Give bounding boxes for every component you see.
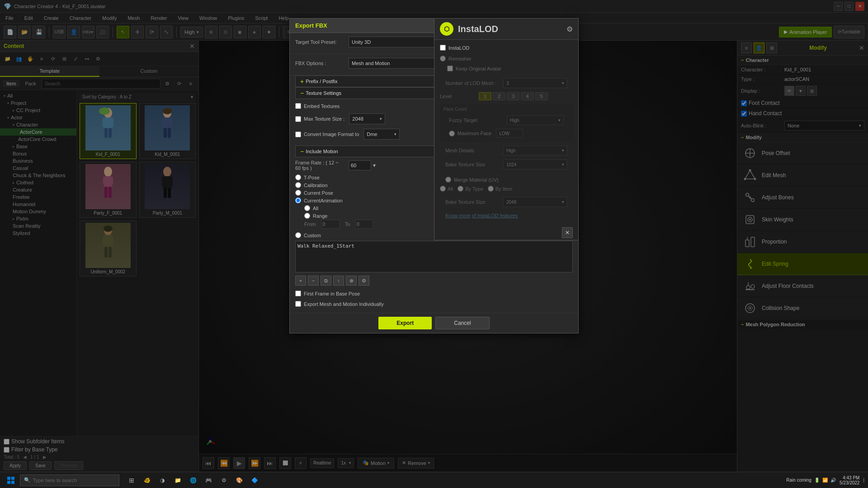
current-pose-label: Current Pose xyxy=(304,190,333,196)
merge-by-item-radio xyxy=(488,186,494,192)
anim-add-button[interactable]: + xyxy=(295,276,306,286)
framerate-controls: ▾ xyxy=(349,160,376,170)
taskbar-show-desktop[interactable]: | xyxy=(863,478,864,483)
more-link[interactable]: more xyxy=(459,213,471,218)
taskbar-volume-icon: 🔊 xyxy=(830,478,836,483)
taskbar-app3[interactable]: 🎨 xyxy=(232,474,246,487)
taskbar-right: Rain coming 🔋 📶 🔊 4:43 PM 5/23/2022 | xyxy=(786,475,864,485)
from-label: From xyxy=(304,221,316,227)
windows-start-button[interactable] xyxy=(4,473,18,488)
taskbar-task-view[interactable]: ⊞ xyxy=(125,474,138,487)
level-row: Level 1 2 3 4 5 xyxy=(440,90,573,102)
instalod-checkbox-row: InstaLOD xyxy=(440,43,573,52)
calibration-label: Calibration xyxy=(304,183,328,188)
export-individually-checkbox[interactable] xyxy=(295,301,301,307)
level-buttons: 1 2 3 4 5 xyxy=(479,92,548,100)
instalod-close-button[interactable]: ✕ xyxy=(562,227,573,238)
prefix-postfix-plus-icon: + xyxy=(300,78,304,85)
taskbar-edge[interactable]: ◑ xyxy=(156,474,169,487)
anim-settings-button[interactable]: ⚙ xyxy=(359,276,369,286)
know-text: Know xyxy=(445,213,459,218)
instalod-logo-icon: ⬡ xyxy=(440,22,453,36)
remesher-label: Remesher xyxy=(448,56,472,61)
calibration-radio[interactable] xyxy=(295,182,301,188)
custom-textarea-container: Walk Relaxed_1Start + − ⧉ ↑ ⊕ ⚙ xyxy=(295,239,573,287)
custom-radio[interactable] xyxy=(295,232,301,238)
max-texture-checkbox[interactable] xyxy=(295,116,301,122)
num-lod-label: Number of LOD Mesh : xyxy=(445,80,500,86)
convert-image-value: Dme xyxy=(367,131,377,137)
taskbar-chrome[interactable]: 🌐 xyxy=(186,474,200,487)
bake-texture-value: 1024 xyxy=(506,162,516,167)
fbx-options-label: FBX Options : xyxy=(295,61,345,66)
bake-texture-final-label: Bake Texture Size xyxy=(445,199,500,205)
tpose-radio[interactable] xyxy=(295,174,301,180)
taskbar-search-icon: 🔍 xyxy=(24,477,30,483)
max-face-row: Maximum Face LOW xyxy=(443,127,569,139)
max-texture-label: Max Texture Size : xyxy=(304,116,344,122)
from-input[interactable] xyxy=(321,220,340,229)
convert-image-dropdown[interactable]: Dme ▾ xyxy=(363,129,400,140)
anim-remove-button[interactable]: − xyxy=(308,276,319,286)
level-5-button: 5 xyxy=(535,92,548,100)
anim-export-button[interactable]: ⊕ xyxy=(346,276,357,286)
taskbar-icons: ⊞ 🐠 ◑ 📁 🌐 🎮 ⚙ 🎨 🔷 xyxy=(125,474,261,487)
tpose-label: T-Pose xyxy=(304,175,320,180)
instalod-title: InstaLOD xyxy=(458,24,498,34)
instalod-settings-icon[interactable]: ⚙ xyxy=(566,25,573,33)
export-button[interactable]: Export xyxy=(378,317,432,329)
anim-duplicate-button[interactable]: ⧉ xyxy=(321,276,331,286)
taskbar-app4[interactable]: 🔷 xyxy=(248,474,261,487)
convert-image-label: Convert Image Format to xyxy=(304,131,359,137)
first-frame-row: First Frame in Base Pose xyxy=(295,289,573,298)
taskbar-explorer[interactable]: 📁 xyxy=(171,474,184,487)
taskbar-search-box[interactable]: 🔍 Type here to search xyxy=(20,474,119,486)
convert-image-checkbox[interactable] xyxy=(295,131,301,137)
instalod-process-area: ✕ xyxy=(434,225,578,240)
instalod-header: ⬡ InstaLOD ⚙ xyxy=(434,19,578,40)
mesh-details-value: High xyxy=(506,148,516,153)
anim-range-radio[interactable] xyxy=(304,213,310,219)
taskbar-app2[interactable]: ⚙ xyxy=(217,474,231,487)
embed-textures-label: Embed Textures xyxy=(304,103,340,109)
modal-title: Export FBX xyxy=(295,22,327,29)
merge-material-row: Merge Material (UV) xyxy=(440,175,573,184)
remesher-row: Remesher xyxy=(440,55,573,62)
anim-import-button[interactable]: ↑ xyxy=(333,276,344,286)
framerate-input[interactable] xyxy=(349,160,371,170)
framerate-arrow-down[interactable]: ▾ xyxy=(373,162,376,169)
taskbar-time-date: 4:43 PM 5/23/2022 xyxy=(840,475,860,485)
instalod-options: InstaLOD Remesher Keep Original Avatar N… xyxy=(434,40,578,225)
windows-logo-icon xyxy=(7,477,14,484)
merge-by-type-item: By Type xyxy=(458,186,483,192)
taskbar-app1[interactable]: 🎮 xyxy=(202,474,215,487)
taskbar-search-2[interactable]: 🐠 xyxy=(140,474,154,487)
merge-by-item-item: By Item xyxy=(488,186,512,192)
first-frame-checkbox[interactable] xyxy=(295,291,301,296)
embed-textures-checkbox[interactable] xyxy=(295,103,301,109)
bake-texture-final-value: 2048 xyxy=(506,200,516,205)
include-motion-minus-icon: − xyxy=(300,148,304,155)
fuzzy-target-label: Fuzzy Target xyxy=(449,117,503,123)
mesh-details-label: Mesh Details xyxy=(445,148,500,153)
instalod-features-text: of InstaLOD features xyxy=(472,213,518,218)
to-input[interactable] xyxy=(355,220,373,229)
anim-all-radio[interactable] xyxy=(304,205,310,211)
custom-label: Custom xyxy=(304,233,321,238)
current-animation-radio[interactable] xyxy=(295,197,301,203)
merge-material-label: Merge Material (UV) xyxy=(454,177,499,183)
cancel-button[interactable]: Cancel xyxy=(435,317,489,329)
level-label: Level xyxy=(440,94,476,99)
anim-range-label: Range xyxy=(313,213,327,219)
level-2-button: 2 xyxy=(493,92,505,100)
taskbar-wifi-icon: 📶 xyxy=(822,478,828,483)
max-texture-dropdown[interactable]: 2048 ▾ xyxy=(349,113,385,124)
instalod-checkbox[interactable] xyxy=(440,45,446,51)
current-animation-label: CurrentAnimation xyxy=(304,198,343,203)
max-face-radio xyxy=(449,131,455,136)
num-lod-row: Number of LOD Mesh : 3 ▾ xyxy=(440,76,573,90)
custom-textarea[interactable]: Walk Relaxed_1Start xyxy=(295,241,573,272)
keep-original-checkbox xyxy=(447,66,453,71)
export-individually-label: Export Mesh and Motion Individually xyxy=(304,301,384,307)
current-pose-radio[interactable] xyxy=(295,190,301,196)
